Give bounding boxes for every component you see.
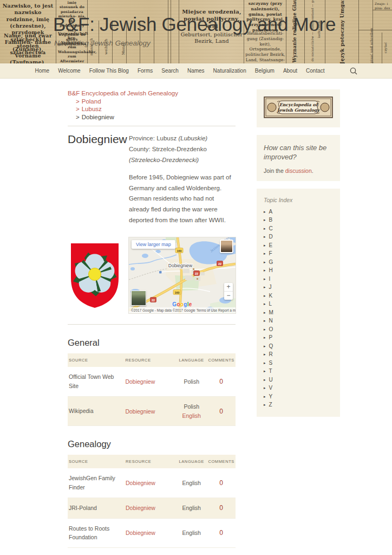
discussion-link[interactable]: discussion bbox=[285, 167, 312, 174]
resource-link[interactable]: Dobiegniew bbox=[126, 530, 155, 536]
breadcrumb-item-poland[interactable]: >Poland bbox=[68, 98, 236, 106]
resource-link[interactable]: Dobiegniew bbox=[126, 505, 155, 511]
topic-letter-label: P bbox=[269, 334, 273, 340]
topic-letter-label: C bbox=[269, 225, 273, 231]
topic-index-letter-a[interactable]: ▸A bbox=[264, 208, 333, 217]
nav-item-welcome[interactable]: Welcome bbox=[58, 68, 81, 74]
town-description: Before 1945, Dobiegniew was part of Germ… bbox=[129, 172, 236, 225]
breadcrumb-item-lubusz[interactable]: >Lubusz bbox=[68, 105, 236, 113]
triangle-icon: ▸ bbox=[264, 283, 266, 292]
comment-count-link[interactable]: 0 bbox=[219, 529, 223, 537]
resource-link[interactable]: Dobiegniew bbox=[125, 378, 155, 385]
street-view-thumbnail[interactable] bbox=[131, 291, 146, 306]
nav-item-about[interactable]: About bbox=[283, 68, 297, 74]
topic-index-letter-b[interactable]: ▸B bbox=[264, 216, 333, 225]
table-row: Official Town Web SiteDobiegniewPolish0 bbox=[68, 367, 236, 396]
topic-index-letter-h[interactable]: ▸H bbox=[264, 267, 333, 275]
comment-count-link[interactable]: 0 bbox=[219, 479, 223, 487]
topic-letter-label: J bbox=[269, 284, 272, 290]
topic-index-letter-q[interactable]: ▸Q bbox=[264, 343, 333, 351]
table-row: JRI-PolandDobiegniewEnglish0 bbox=[68, 498, 236, 518]
topic-index-list: ▸A▸B▸C▸D▸E▸F▸G▸H▸I▸J▸K▸L▸M▸N▸O▸P▸Q▸R▸S▸T… bbox=[264, 208, 333, 410]
zoom-out-button[interactable]: − bbox=[224, 292, 233, 300]
encyclopedia-banner-image[interactable]: Encyclopedia of Jewish Genealogy bbox=[264, 96, 333, 118]
terms-of-use-link[interactable]: Terms of Use bbox=[197, 308, 217, 312]
nav-item-search[interactable]: Search bbox=[161, 68, 179, 74]
topic-index-letter-y[interactable]: ▸Y bbox=[264, 393, 333, 402]
map-zoom-control[interactable]: + − bbox=[224, 283, 233, 300]
topic-index-heading: Topic Index bbox=[264, 197, 333, 203]
topic-letter-label: I bbox=[269, 276, 271, 282]
svg-text:160: 160 bbox=[174, 291, 179, 294]
column-header-comments: COMMENTS bbox=[207, 353, 236, 367]
nav-item-forms[interactable]: Forms bbox=[138, 68, 153, 74]
breadcrumb-link-lubusz[interactable]: Lubusz bbox=[82, 106, 102, 112]
nav-item-contact[interactable]: Contact bbox=[306, 68, 324, 74]
topic-index-letter-z[interactable]: ▸Z bbox=[264, 401, 333, 410]
resource-table-general: SOURCERESOURCELANGUAGECOMMENTSOfficial T… bbox=[68, 353, 236, 426]
topic-index-letter-v[interactable]: ▸V bbox=[264, 384, 333, 393]
topic-index-letter-k[interactable]: ▸K bbox=[264, 292, 333, 301]
language-cell: PolishEnglish bbox=[176, 396, 207, 426]
column-header-language: LANGUAGE bbox=[176, 353, 207, 367]
report-map-error-link[interactable]: Report a map error bbox=[218, 308, 236, 312]
topic-index-letter-e[interactable]: ▸E bbox=[264, 242, 333, 250]
topic-index-letter-t[interactable]: ▸T bbox=[264, 367, 333, 376]
triangle-icon: ▸ bbox=[264, 300, 266, 308]
comment-count-link[interactable]: 0 bbox=[219, 378, 223, 385]
zoom-in-button[interactable]: + bbox=[224, 283, 233, 292]
topic-index-letter-c[interactable]: ▸C bbox=[264, 225, 333, 234]
topic-index-letter-d[interactable]: ▸D bbox=[264, 233, 333, 242]
topic-index-letter-g[interactable]: ▸G bbox=[264, 259, 333, 267]
language-link[interactable]: English bbox=[182, 412, 200, 419]
breadcrumb-link-poland[interactable]: Poland bbox=[82, 98, 101, 105]
map-avatar[interactable] bbox=[220, 240, 233, 253]
route-shield-22-right: 22 bbox=[217, 261, 223, 266]
nav-item-belgium[interactable]: Belgium bbox=[255, 68, 275, 74]
topic-index-letter-r[interactable]: ▸R bbox=[264, 351, 333, 359]
nav-item-naturalization[interactable]: Naturalization bbox=[213, 68, 246, 74]
topic-letter-label: T bbox=[269, 368, 272, 374]
topic-index-letter-l[interactable]: ▸L bbox=[264, 300, 333, 309]
column-header-language: LANGUAGE bbox=[176, 455, 207, 468]
nav-item-follow-this-blog[interactable]: Follow This Blog bbox=[89, 68, 129, 74]
topic-index-letter-p[interactable]: ▸P bbox=[264, 334, 333, 343]
section-heading-general: General bbox=[68, 338, 236, 348]
comment-count-link[interactable]: 0 bbox=[219, 504, 223, 512]
language-text: Polish bbox=[177, 402, 206, 411]
topic-letter-label: B bbox=[269, 217, 273, 223]
topic-index-letter-u[interactable]: ▸U bbox=[264, 376, 333, 385]
topic-index-letter-m[interactable]: ▸M bbox=[264, 309, 333, 318]
view-larger-map-button[interactable]: View larger map bbox=[132, 240, 175, 249]
improve-heading: How can this site be improved? bbox=[264, 144, 333, 162]
breadcrumb-item-dobiegniew: >Dobiegniew bbox=[68, 113, 236, 121]
resource-cell: Dobiegniew bbox=[124, 367, 176, 396]
map-embed[interactable]: 160 160 22 22 22 Dobiegniew bbox=[129, 237, 236, 313]
language-cell: English bbox=[176, 518, 207, 548]
triangle-icon: ▸ bbox=[264, 267, 266, 275]
triangle-icon: ▸ bbox=[264, 367, 266, 376]
topic-index-letter-j[interactable]: ▸J bbox=[264, 283, 333, 292]
topic-index-letter-s[interactable]: ▸S bbox=[264, 359, 333, 368]
intro-section: Dobiegniew Province: Lubusz (Lubuskie) C… bbox=[68, 133, 236, 225]
resource-cell: Dobiegniew bbox=[125, 498, 176, 518]
map-town-label: Dobiegniew bbox=[168, 263, 193, 268]
column-header-source: SOURCE bbox=[68, 455, 125, 468]
nav-item-home[interactable]: Home bbox=[35, 68, 50, 74]
search-button[interactable] bbox=[350, 67, 357, 75]
resource-link[interactable]: Dobiegniew bbox=[126, 480, 155, 486]
resource-link[interactable]: Dobiegniew bbox=[125, 408, 155, 415]
google-logo: Google bbox=[172, 301, 192, 307]
topic-index-letter-i[interactable]: ▸I bbox=[264, 275, 333, 284]
svg-text:Encyclopedia of: Encyclopedia of bbox=[279, 102, 319, 107]
topic-index-letter-n[interactable]: ▸N bbox=[264, 317, 333, 326]
breadcrumb-root-link[interactable]: B&F Encyclopedia of Jewish Genealogy bbox=[68, 89, 236, 98]
intro-info: Province: Lubusz (Lubuskie) County: Strz… bbox=[129, 133, 236, 225]
comments-cell: 0 bbox=[207, 396, 236, 426]
topic-index-letter-o[interactable]: ▸O bbox=[264, 326, 333, 334]
nav-item-names[interactable]: Names bbox=[187, 68, 205, 74]
comment-count-link[interactable]: 0 bbox=[219, 408, 223, 415]
topic-letter-label: Q bbox=[269, 343, 273, 349]
triangle-icon: ▸ bbox=[264, 334, 266, 342]
topic-index-letter-f[interactable]: ▸F bbox=[264, 250, 333, 259]
